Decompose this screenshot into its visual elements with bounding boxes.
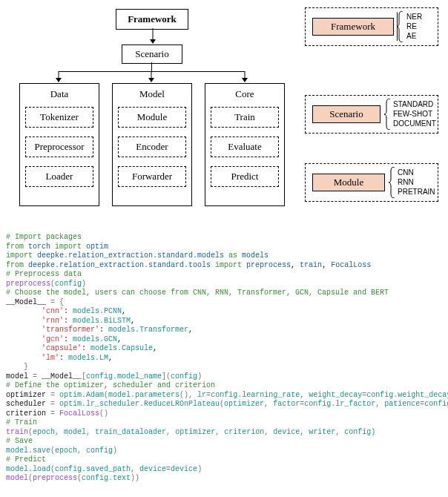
brace-icon: [387, 167, 395, 198]
arrow-down-icon: [149, 28, 157, 45]
model-item-encoder: Encoder: [118, 136, 186, 157]
brace-icon: [395, 11, 403, 42]
side-framework-box: Framework: [312, 18, 394, 36]
framework-box: Framework: [116, 9, 188, 30]
core-item-train: Train: [211, 107, 279, 128]
svg-marker-3: [56, 78, 62, 82]
arrow-down-icon: [55, 71, 62, 83]
side-framework-list: NER RE AE: [406, 12, 422, 41]
arrow-down-icon: [148, 71, 155, 83]
arrow-down-icon: [241, 71, 248, 83]
scenario-box: Scenario: [122, 45, 182, 64]
brace-icon: [383, 99, 390, 130]
side-scenario-box: Scenario: [312, 105, 381, 123]
core-item-evaluate: Evaluate: [211, 136, 279, 157]
model-item-module: Module: [118, 107, 186, 128]
data-item-loader: Loader: [25, 166, 93, 187]
data-item-preprocessor: Preprocessor: [25, 136, 93, 157]
scenario-label: Scenario: [135, 48, 168, 60]
architecture-diagram: Framework Scenario Data Tokenizer Prepro…: [6, 6, 442, 228]
side-scenario-list: STANDARD FEW-SHOT DOCUMENT: [393, 99, 436, 128]
model-item-forwarder: Forwarder: [118, 166, 186, 187]
connector: [151, 62, 152, 71]
core-item-predict: Predict: [211, 166, 279, 187]
core-title: Core: [235, 88, 254, 100]
data-item-tokenizer: Tokenizer: [25, 107, 93, 128]
code-block: # Import packagesfrom torch import optim…: [6, 233, 448, 484]
model-title: Model: [139, 88, 165, 100]
svg-marker-7: [242, 78, 248, 82]
framework-label: Framework: [128, 13, 177, 25]
side-module-list: CNN RNN PRETRAIN: [398, 168, 435, 197]
svg-marker-5: [148, 78, 154, 82]
svg-marker-1: [150, 39, 156, 44]
side-module-box: Module: [312, 174, 385, 191]
data-title: Data: [50, 88, 69, 100]
